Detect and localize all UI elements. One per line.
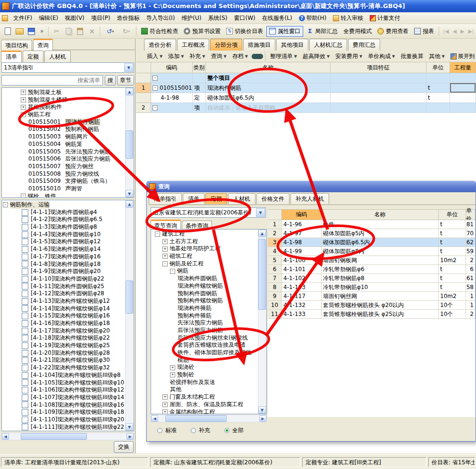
code-cell[interactable]: 4-1-101 <box>282 265 322 274</box>
tab-分部分项[interactable]: 分部分项 <box>210 39 242 51</box>
list-vertical-scrollbar[interactable]: ▲ ▼ <box>125 200 134 431</box>
toolbar-button[interactable]: 报表 <box>412 26 436 36</box>
list-item[interactable]: [4-1-11]现浇构件圆钢筋φ25 <box>3 283 125 290</box>
checkbox[interactable] <box>22 209 28 216</box>
tab-人材机汇总[interactable]: 人材机汇总 <box>309 39 347 51</box>
chapter-button[interactable]: 章节 <box>117 75 134 85</box>
menu-item[interactable]: 造价指标 <box>113 13 143 24</box>
column-header[interactable]: 项目特征 <box>331 62 426 73</box>
redo-button[interactable]: ↻▾ <box>119 26 134 37</box>
tree-item[interactable]: +预制砼 <box>152 371 258 379</box>
subtab-定额[interactable]: 定额 <box>23 51 43 62</box>
price-cell[interactable]: 6 <box>466 265 476 274</box>
list-item[interactable]: [4-1-2]现浇构件圆钢筋φ6.5 <box>3 216 125 223</box>
toolbar-button[interactable]: 符合性检查 <box>139 26 180 36</box>
price-cell[interactable]: 1 <box>466 301 476 310</box>
save-button[interactable] <box>26 26 37 37</box>
column-header[interactable]: 编码 <box>151 62 193 73</box>
tree-item[interactable]: 010515001现浇构件钢筋 <box>3 119 125 126</box>
expand-collapse-icon[interactable]: + <box>21 97 26 102</box>
edit-toolbar-button[interactable]: 整理清单▼ <box>267 51 300 62</box>
tree-item[interactable]: 现浇构件螺纹钢筋 <box>152 282 258 290</box>
tree-item[interactable]: +预制混凝土板 <box>3 89 125 96</box>
query-tab-定额[interactable]: 定额 <box>205 193 227 204</box>
table-row[interactable]: 84-1-103冷轧带肋钢筋φ10t58 <box>268 283 476 292</box>
list-item[interactable]: [4-1-6]现浇构件圆钢筋φ14 <box>3 246 125 253</box>
tree-item[interactable]: +现浇砼 <box>152 364 258 371</box>
scroll-left-icon[interactable]: ◀ <box>2 433 9 440</box>
type-cell[interactable] <box>193 73 206 83</box>
column-header[interactable]: 编码 <box>282 209 322 220</box>
tree-item[interactable]: 其他 <box>152 386 258 393</box>
prev-record-button[interactable]: ◀ <box>453 28 457 34</box>
name-cell[interactable]: 砌体加固筋φ6.5内 <box>206 93 331 103</box>
checkbox[interactable] <box>22 254 28 260</box>
menu-item[interactable]: 编辑(E) <box>35 13 61 24</box>
tree-item[interactable]: 铁件、砌体加固筋焊接及其他 <box>152 349 258 357</box>
checkbox[interactable] <box>22 387 28 393</box>
toolbar-overflow-chevron[interactable]: » <box>40 28 43 34</box>
list-root[interactable]: - 钢筋制作、运输 <box>3 201 125 209</box>
checkbox[interactable] <box>22 357 28 364</box>
list-item[interactable]: [4-1-12]现浇构件圆钢筋φ28 <box>3 290 125 298</box>
feature-cell[interactable] <box>331 103 426 113</box>
chevron-down-icon[interactable]: ▼ <box>124 63 133 72</box>
expand-collapse-icon[interactable]: + <box>170 365 175 370</box>
column-header[interactable]: 单位 <box>426 62 450 73</box>
table-row[interactable]: 4-1-98定砌体加固筋φ6.5内t <box>136 93 476 103</box>
expand-collapse-icon[interactable]: + <box>170 372 175 377</box>
open-file-button[interactable] <box>14 26 25 37</box>
unit-cell[interactable]: t <box>439 274 466 283</box>
column-header[interactable]: 名称 <box>322 209 439 220</box>
expand-collapse-icon[interactable]: - <box>21 112 26 117</box>
code-cell[interactable]: 4-1-98 <box>151 93 193 103</box>
scroll-down-icon[interactable]: ▼ <box>126 423 133 431</box>
edit-toolbar-button[interactable]: 超高降效▼ <box>300 51 332 62</box>
tree-item[interactable]: -建筑工程 <box>152 230 258 238</box>
name-cell[interactable]: 套筒锥形螺栓钢筋接头 φ20以内 <box>322 301 439 310</box>
code-cell[interactable]: 4-1-102 <box>282 274 322 283</box>
paste-button[interactable] <box>75 26 85 37</box>
expand-collapse-icon[interactable]: + <box>162 394 168 400</box>
collapse-icon[interactable]: - <box>153 105 158 111</box>
menu-item[interactable]: 在线服务(L) <box>259 13 296 24</box>
menu-item[interactable]: 视图(V) <box>61 13 88 24</box>
expand-collapse-icon[interactable]: + <box>162 247 168 252</box>
list-item[interactable]: [4-1-5]现浇构件圆钢筋φ12 <box>3 238 125 246</box>
unit-cell[interactable]: t <box>439 220 466 229</box>
delete-button[interactable]: × <box>86 26 97 37</box>
unit-cell[interactable]: 10m2 <box>439 256 466 265</box>
expand-collapse-icon[interactable]: - <box>162 261 168 266</box>
tab-其他项目[interactable]: 其他项目 <box>276 39 308 51</box>
checkbox[interactable] <box>22 394 28 401</box>
checkbox[interactable] <box>22 328 28 334</box>
query-tab-补充人材机[interactable]: 补充人材机 <box>290 193 329 204</box>
edit-toolbar-button[interactable]: 补充▼ <box>187 51 208 62</box>
guide-dropdown[interactable]: 13清单指引 ▼ <box>1 62 134 73</box>
list-item[interactable]: [4-1-9]现浇构件圆钢筋φ20 <box>3 268 125 275</box>
quantity-cell[interactable] <box>450 93 476 103</box>
tree-item[interactable]: 后张法预应力钢筋 <box>152 327 258 334</box>
subtab-清单[interactable]: 清单 <box>1 51 22 62</box>
scroll-up-icon[interactable]: ▲ <box>258 230 266 237</box>
query-tab-价格文件[interactable]: 价格文件 <box>256 193 289 204</box>
scrollbar-thumb[interactable] <box>21 433 87 440</box>
unit-cell[interactable]: t <box>439 238 466 247</box>
column-header[interactable]: 单价 <box>466 209 476 220</box>
unit-cell[interactable]: t <box>426 93 450 103</box>
price-cell[interactable]: 61 <box>466 274 476 283</box>
tree-item[interactable]: 预制构件圆钢筋 <box>152 290 258 298</box>
tree-item[interactable]: -螺栓、铁件 <box>3 193 125 198</box>
table-row[interactable]: 54-1-100墙面钉钢板网10m22 <box>268 256 476 265</box>
table-row[interactable]: -整个项目 <box>136 73 476 83</box>
type-cell[interactable]: 项 <box>193 83 206 93</box>
tree-item[interactable]: 010515005先张法预应力钢筋 <box>3 148 125 156</box>
tree-vertical-scrollbar[interactable]: ▲ ▼ <box>258 230 266 414</box>
unit-cell[interactable] <box>426 103 450 113</box>
scroll-up-icon[interactable]: ▲ <box>126 200 133 208</box>
scrollbar-thumb[interactable] <box>126 130 133 159</box>
name-cell[interactable]: 自动提示：请输入子目简称 <box>206 103 331 113</box>
checkbox[interactable] <box>22 224 28 230</box>
unit-cell[interactable]: t <box>439 265 466 274</box>
list-item[interactable]: [4-1-19]现浇构件螺纹钢筋φ25 <box>3 342 125 350</box>
